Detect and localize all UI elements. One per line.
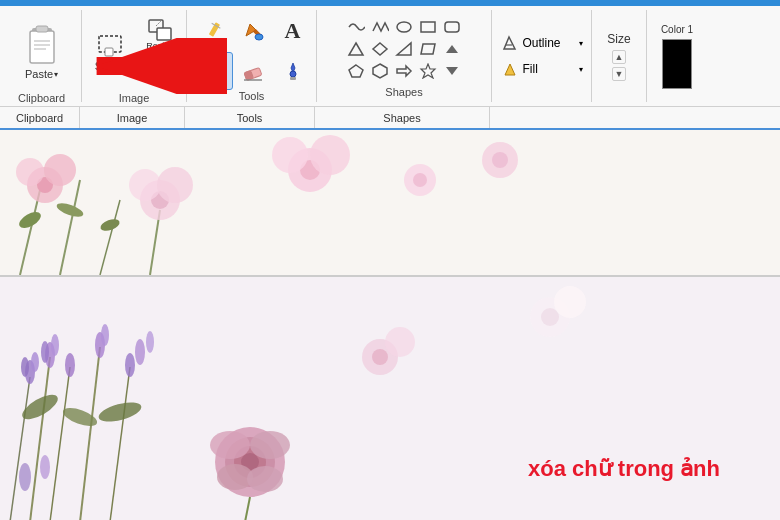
svg-rect-28 <box>421 22 435 32</box>
resize-label: Resize <box>146 41 174 51</box>
image-group-label: Image <box>80 107 185 128</box>
shapes-group-label: Shapes <box>315 107 490 128</box>
svg-rect-65 <box>0 277 780 520</box>
canvas-bottom: xóa chữ trong ảnh <box>0 277 780 520</box>
canvas-text-overlay: xóa chữ trong ảnh <box>528 456 720 482</box>
outline-button[interactable]: Outline ▾ <box>497 33 587 53</box>
svg-point-55 <box>129 169 161 201</box>
select-chevron-icon: ▾ <box>125 62 129 71</box>
text-icon: A <box>285 18 301 44</box>
svg-point-73 <box>21 357 29 377</box>
clipboard-group-label: Clipboard <box>0 107 80 128</box>
fill-ribbon-icon <box>501 61 519 77</box>
svg-marker-39 <box>446 67 458 75</box>
fill-button[interactable] <box>233 12 273 50</box>
svg-point-91 <box>250 431 290 459</box>
svg-marker-34 <box>446 45 458 53</box>
svg-point-82 <box>146 331 154 353</box>
text-button[interactable]: A <box>273 12 313 50</box>
canvas-area[interactable]: xóa chữ trong ảnh <box>0 130 780 520</box>
fill-chevron: ▾ <box>579 65 583 74</box>
svg-point-97 <box>385 327 415 357</box>
shape-star[interactable] <box>417 61 439 81</box>
svg-marker-30 <box>349 43 363 55</box>
select-button[interactable]: Select ▾ <box>88 12 136 92</box>
paste-label: Paste ▾ <box>25 68 58 80</box>
pencil-button[interactable] <box>193 12 233 50</box>
svg-point-77 <box>65 353 75 377</box>
canvas-top <box>0 130 780 275</box>
shape-rounded-rect[interactable] <box>441 17 463 37</box>
select-icon <box>97 32 127 60</box>
color-picker-icon <box>282 60 304 82</box>
svg-point-17 <box>255 34 263 40</box>
svg-point-52 <box>44 154 76 186</box>
paste-icon <box>24 24 60 68</box>
svg-rect-29 <box>445 22 459 32</box>
app-window: Paste ▾ Clipboard <box>0 0 780 520</box>
shape-rect[interactable] <box>417 17 439 37</box>
svg-point-64 <box>492 152 508 168</box>
svg-point-81 <box>135 339 145 365</box>
shapes-scroll-up[interactable] <box>441 39 463 59</box>
shapes-label: Shapes <box>385 86 422 100</box>
shape-line[interactable] <box>345 17 367 37</box>
eraser-button[interactable] <box>233 52 273 90</box>
shape-triangle[interactable] <box>345 39 367 59</box>
outline-chevron: ▾ <box>579 39 583 48</box>
rotate-button[interactable] <box>140 57 180 87</box>
shape-pentagon[interactable] <box>345 61 367 81</box>
outline-label: Outline <box>523 36 561 50</box>
top-image-svg <box>0 130 780 275</box>
svg-point-100 <box>554 286 586 318</box>
svg-point-93 <box>247 466 283 492</box>
size-down-button[interactable]: ▼ <box>612 67 626 81</box>
svg-point-72 <box>31 352 39 372</box>
shape-right-triangle[interactable] <box>393 39 415 59</box>
svg-point-96 <box>372 349 388 365</box>
svg-point-18 <box>205 75 211 79</box>
shape-hexagon[interactable] <box>369 61 391 81</box>
svg-point-59 <box>272 137 308 173</box>
pencil-icon <box>202 20 224 42</box>
tools-group-label: Tools <box>185 107 315 128</box>
svg-marker-33 <box>421 44 435 54</box>
svg-point-75 <box>51 334 59 356</box>
size-label: Size <box>607 32 630 46</box>
shapes-scroll-down[interactable] <box>441 61 463 81</box>
shape-diamond[interactable] <box>369 39 391 59</box>
shapes-group: Shapes <box>317 10 492 102</box>
shape-right-arrow[interactable] <box>393 61 415 81</box>
fill-label: Fill <box>523 62 538 76</box>
fill-ribbon-button[interactable]: Fill ▾ <box>497 59 587 79</box>
fill-icon <box>242 20 264 42</box>
svg-marker-14 <box>205 37 210 42</box>
color-swatch[interactable] <box>662 39 692 89</box>
bottom-image-svg <box>0 277 780 520</box>
rotate-icon <box>149 63 171 81</box>
svg-point-99 <box>541 308 559 326</box>
shape-parallelogram[interactable] <box>417 39 439 59</box>
shape-zigzag[interactable] <box>369 17 391 37</box>
svg-point-76 <box>41 341 49 363</box>
clipboard-group: Paste ▾ Clipboard <box>2 10 82 102</box>
svg-point-102 <box>40 455 50 479</box>
svg-rect-24 <box>290 77 296 80</box>
ribbon: Paste ▾ Clipboard <box>0 0 780 130</box>
paste-button[interactable]: Paste ▾ <box>14 12 69 92</box>
brush-button[interactable] <box>193 52 233 90</box>
outline-fill-group: Outline ▾ Fill ▾ <box>492 10 592 102</box>
svg-marker-36 <box>373 64 387 78</box>
color-picker-button[interactable] <box>273 52 313 90</box>
svg-rect-7 <box>105 48 113 56</box>
resize-icon <box>148 19 172 41</box>
select-label: Select ▾ <box>95 60 130 72</box>
shape-oval[interactable] <box>393 17 415 37</box>
color-label: Color 1 <box>661 24 693 35</box>
svg-rect-9 <box>157 28 171 40</box>
size-up-button[interactable]: ▲ <box>612 50 626 64</box>
resize-button[interactable]: Resize <box>140 17 180 53</box>
svg-rect-41 <box>0 130 780 275</box>
outline-icon <box>501 35 519 51</box>
svg-point-56 <box>157 167 193 203</box>
